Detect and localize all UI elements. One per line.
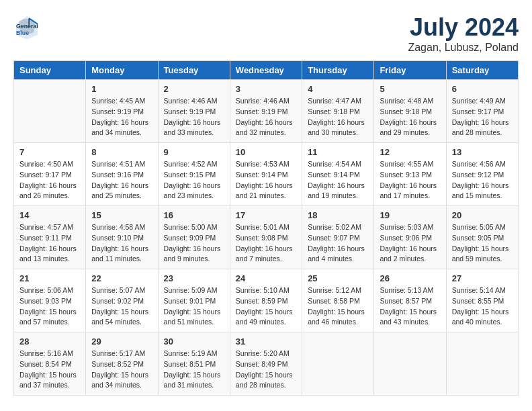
day-info: Sunrise: 4:56 AMSunset: 9:12 PMDaylight:… (452, 159, 513, 201)
calendar-cell: 10Sunrise: 4:53 AMSunset: 9:14 PMDayligh… (230, 143, 302, 206)
calendar-cell: 7Sunrise: 4:50 AMSunset: 9:17 PMDaylight… (14, 143, 86, 206)
day-number: 20 (452, 210, 513, 220)
calendar-cell (446, 332, 518, 396)
day-number: 7 (19, 147, 80, 157)
day-info: Sunrise: 4:51 AMSunset: 9:16 PMDaylight:… (91, 159, 152, 201)
day-number: 18 (308, 210, 368, 220)
calendar-cell: 24Sunrise: 5:10 AMSunset: 8:59 PMDayligh… (230, 269, 302, 332)
calendar-cell: 2Sunrise: 4:46 AMSunset: 9:19 PMDaylight… (158, 80, 230, 143)
day-number: 10 (236, 147, 296, 157)
weekday-header-wednesday: Wednesday (230, 61, 302, 80)
day-info: Sunrise: 5:01 AMSunset: 9:08 PMDaylight:… (236, 222, 296, 265)
day-info: Sunrise: 4:48 AMSunset: 9:18 PMDaylight:… (380, 96, 440, 138)
day-number: 26 (380, 273, 440, 283)
day-info: Sunrise: 5:07 AMSunset: 9:02 PMDaylight:… (91, 285, 152, 328)
calendar-cell: 21Sunrise: 5:06 AMSunset: 9:03 PMDayligh… (14, 269, 86, 332)
day-number: 16 (164, 210, 224, 220)
day-info: Sunrise: 5:03 AMSunset: 9:06 PMDaylight:… (380, 222, 440, 265)
day-number: 19 (380, 210, 440, 220)
day-number: 28 (19, 336, 80, 347)
calendar-cell: 26Sunrise: 5:13 AMSunset: 8:57 PMDayligh… (374, 269, 446, 332)
day-info: Sunrise: 5:06 AMSunset: 9:03 PMDaylight:… (19, 285, 80, 328)
day-number: 6 (452, 84, 513, 94)
day-number: 11 (308, 147, 368, 157)
calendar-cell: 29Sunrise: 5:17 AMSunset: 8:52 PMDayligh… (86, 332, 158, 396)
day-number: 27 (452, 273, 513, 283)
calendar-cell: 20Sunrise: 5:05 AMSunset: 9:05 PMDayligh… (446, 206, 518, 269)
day-info: Sunrise: 5:02 AMSunset: 9:07 PMDaylight:… (308, 222, 368, 265)
day-info: Sunrise: 4:52 AMSunset: 9:15 PMDaylight:… (164, 159, 224, 201)
page-header: General Blue July 2024 Zagan, Lubusz, Po… (13, 13, 519, 54)
day-number: 3 (236, 84, 296, 94)
day-info: Sunrise: 5:05 AMSunset: 9:05 PMDaylight:… (452, 222, 513, 265)
calendar-cell: 31Sunrise: 5:20 AMSunset: 8:49 PMDayligh… (230, 332, 302, 396)
day-number: 23 (164, 273, 224, 283)
weekday-header-saturday: Saturday (446, 61, 518, 80)
week-row-2: 7Sunrise: 4:50 AMSunset: 9:17 PMDaylight… (14, 143, 519, 206)
day-number: 15 (91, 210, 152, 220)
logo-icon: General Blue (13, 13, 40, 40)
calendar-cell (302, 332, 374, 396)
calendar-cell: 15Sunrise: 4:58 AMSunset: 9:10 PMDayligh… (86, 206, 158, 269)
calendar-cell: 11Sunrise: 4:54 AMSunset: 9:14 PMDayligh… (302, 143, 374, 206)
day-info: Sunrise: 4:57 AMSunset: 9:11 PMDaylight:… (19, 222, 80, 265)
day-info: Sunrise: 5:10 AMSunset: 8:59 PMDaylight:… (236, 285, 296, 328)
day-number: 22 (91, 273, 152, 283)
day-number: 30 (164, 336, 224, 347)
week-row-4: 21Sunrise: 5:06 AMSunset: 9:03 PMDayligh… (14, 269, 519, 332)
day-info: Sunrise: 5:14 AMSunset: 8:55 PMDaylight:… (452, 285, 513, 328)
day-number: 13 (452, 147, 513, 157)
day-info: Sunrise: 4:46 AMSunset: 9:19 PMDaylight:… (236, 96, 296, 138)
day-info: Sunrise: 5:20 AMSunset: 8:49 PMDaylight:… (236, 349, 296, 391)
day-info: Sunrise: 4:47 AMSunset: 9:18 PMDaylight:… (308, 96, 368, 138)
day-info: Sunrise: 5:19 AMSunset: 8:51 PMDaylight:… (164, 349, 224, 391)
calendar-cell (14, 80, 86, 143)
calendar-cell: 17Sunrise: 5:01 AMSunset: 9:08 PMDayligh… (230, 206, 302, 269)
day-number: 8 (91, 147, 152, 157)
calendar-cell: 18Sunrise: 5:02 AMSunset: 9:07 PMDayligh… (302, 206, 374, 269)
calendar-cell: 13Sunrise: 4:56 AMSunset: 9:12 PMDayligh… (446, 143, 518, 206)
calendar-cell: 14Sunrise: 4:57 AMSunset: 9:11 PMDayligh… (14, 206, 86, 269)
day-number: 12 (380, 147, 440, 157)
day-info: Sunrise: 4:55 AMSunset: 9:13 PMDaylight:… (380, 159, 440, 201)
logo: General Blue (13, 13, 40, 40)
svg-text:General: General (16, 23, 38, 30)
weekday-header-friday: Friday (374, 61, 446, 80)
day-number: 1 (91, 84, 152, 94)
calendar-cell: 8Sunrise: 4:51 AMSunset: 9:16 PMDaylight… (86, 143, 158, 206)
day-info: Sunrise: 4:50 AMSunset: 9:17 PMDaylight:… (19, 159, 80, 201)
day-info: Sunrise: 4:53 AMSunset: 9:14 PMDaylight:… (236, 159, 296, 201)
weekday-header-row: SundayMondayTuesdayWednesdayThursdayFrid… (14, 61, 519, 80)
calendar-cell: 27Sunrise: 5:14 AMSunset: 8:55 PMDayligh… (446, 269, 518, 332)
svg-text:Blue: Blue (16, 30, 29, 36)
day-number: 25 (308, 273, 368, 283)
location-title: Zagan, Lubusz, Poland (408, 42, 519, 54)
day-number: 4 (308, 84, 368, 94)
calendar-cell: 3Sunrise: 4:46 AMSunset: 9:19 PMDaylight… (230, 80, 302, 143)
calendar-cell: 19Sunrise: 5:03 AMSunset: 9:06 PMDayligh… (374, 206, 446, 269)
calendar-cell (374, 332, 446, 396)
day-info: Sunrise: 4:49 AMSunset: 9:17 PMDaylight:… (452, 96, 513, 138)
day-info: Sunrise: 4:45 AMSunset: 9:19 PMDaylight:… (91, 96, 152, 138)
week-row-3: 14Sunrise: 4:57 AMSunset: 9:11 PMDayligh… (14, 206, 519, 269)
weekday-header-monday: Monday (86, 61, 158, 80)
week-row-5: 28Sunrise: 5:16 AMSunset: 8:54 PMDayligh… (14, 332, 519, 396)
calendar-cell: 28Sunrise: 5:16 AMSunset: 8:54 PMDayligh… (14, 332, 86, 396)
week-row-1: 1Sunrise: 4:45 AMSunset: 9:19 PMDaylight… (14, 80, 519, 143)
day-info: Sunrise: 4:54 AMSunset: 9:14 PMDaylight:… (308, 159, 368, 201)
day-number: 21 (19, 273, 80, 283)
day-info: Sunrise: 4:58 AMSunset: 9:10 PMDaylight:… (91, 222, 152, 265)
day-number: 5 (380, 84, 440, 94)
day-info: Sunrise: 5:00 AMSunset: 9:09 PMDaylight:… (164, 222, 224, 265)
calendar-cell: 25Sunrise: 5:12 AMSunset: 8:58 PMDayligh… (302, 269, 374, 332)
calendar-cell: 16Sunrise: 5:00 AMSunset: 9:09 PMDayligh… (158, 206, 230, 269)
day-info: Sunrise: 5:12 AMSunset: 8:58 PMDaylight:… (308, 285, 368, 328)
calendar-cell: 9Sunrise: 4:52 AMSunset: 9:15 PMDaylight… (158, 143, 230, 206)
day-info: Sunrise: 5:16 AMSunset: 8:54 PMDaylight:… (19, 349, 80, 391)
day-number: 31 (236, 336, 296, 347)
title-block: July 2024 Zagan, Lubusz, Poland (408, 13, 519, 54)
calendar-cell: 30Sunrise: 5:19 AMSunset: 8:51 PMDayligh… (158, 332, 230, 396)
day-info: Sunrise: 5:13 AMSunset: 8:57 PMDaylight:… (380, 285, 440, 328)
day-number: 2 (164, 84, 224, 94)
calendar-cell: 5Sunrise: 4:48 AMSunset: 9:18 PMDaylight… (374, 80, 446, 143)
